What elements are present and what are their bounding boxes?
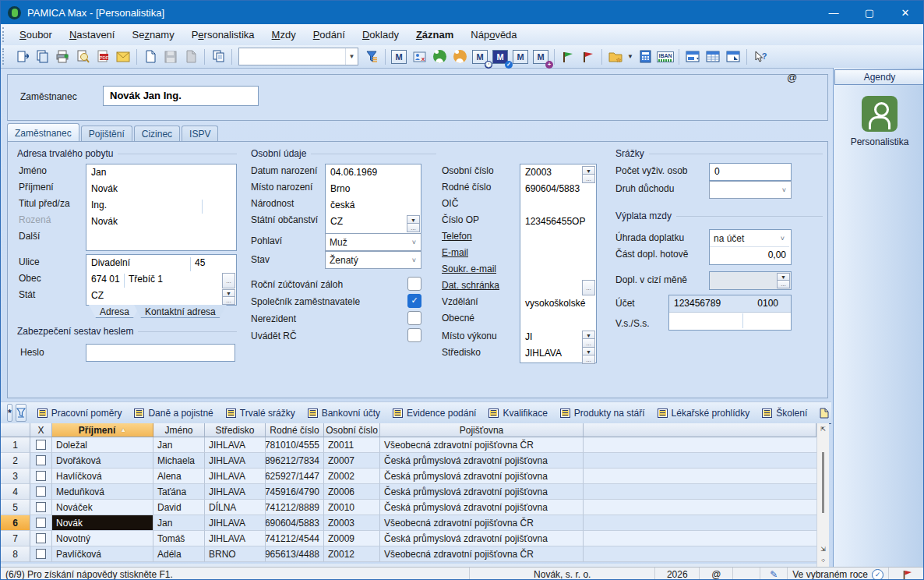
panel-side-icon[interactable] [724,48,742,66]
documents-folder-icon[interactable] [606,48,625,66]
statusbar-year-mode[interactable]: Ve vybraném roce✓ [788,568,889,580]
pocet-vyziv-field[interactable]: 0 [709,163,792,181]
tab-trvale-srazky[interactable]: Trvalé srážky [220,405,302,421]
soukr-email-link[interactable]: Soukr. e-mail [442,263,496,274]
rocni-zuctovani-checkbox[interactable] [407,277,421,291]
osobni-cislo-value[interactable]: Z0003 [525,167,552,178]
menu-podani[interactable]: Podání [305,24,354,45]
cell-rodne[interactable]: 741212/8889 [266,500,324,515]
row-checkbox-cell[interactable] [30,531,52,546]
agendy-header-button[interactable]: Agendy [834,69,924,85]
cell-stredisko[interactable]: JIHLAVA [205,531,266,546]
row-checkbox-cell[interactable] [30,453,52,469]
tab-pracovni-pomery[interactable]: Pracovní poměry [31,405,129,421]
subtab-kontaktni-adresa[interactable]: Kontaktní adresa [134,305,227,318]
rodne-cislo-value[interactable]: 690604/5883 [525,183,580,194]
close-icon[interactable]: ✕ [887,1,923,24]
row-checkbox[interactable] [36,502,46,512]
dopl-cizi-mene-field[interactable]: ▼ … [709,271,792,290]
obec-value[interactable]: Třebíč 1 [129,274,163,285]
cell-prijmeni[interactable]: Novotný [52,531,153,546]
dat-schranka-link[interactable]: Dat. schránka [442,280,499,291]
cell-pojistovna[interactable]: Česká průmyslová zdravotní pojišťovna [380,453,584,469]
m-plus-icon[interactable]: M+ [531,48,550,66]
personalistika-agenda-label[interactable]: Personalistika [834,136,924,147]
cell-pojistovna[interactable]: Všeobecná zdravotní pojišťovna ČR [380,546,584,562]
send-email-icon[interactable] [114,48,132,66]
table-scrollbar[interactable]: ⇱ ⇲ ⁘ [816,423,829,567]
table-row-selected[interactable]: 6 Novák Jan JIHLAVA 690604/5883 Z0003 Vš… [1,515,816,531]
table-row[interactable]: 3 Havlíčková Alena JIHLAVA 625927/1447 Z… [1,469,816,484]
menu-mzdy[interactable]: Mzdy [263,24,305,45]
header-prijmeni[interactable]: Příjmení▲ [52,423,153,437]
cell-stredisko[interactable]: JIHLAVA [205,515,266,531]
scrollbar-thumb[interactable] [822,452,824,513]
cell-stredisko[interactable]: DÍLNA [205,500,266,515]
tab-skoleni[interactable]: Školení [756,405,813,421]
statusbar-at[interactable]: @ [700,568,733,580]
cell-prijmeni-focused[interactable]: Novák [52,515,153,531]
ulice-value[interactable]: Divadelní [91,257,130,268]
chevron-down-icon[interactable]: ▼ [345,48,358,65]
cell-stredisko[interactable]: JIHLAVA [205,453,266,469]
calculator-icon[interactable] [636,48,654,66]
row-checkbox-cell[interactable] [30,484,52,500]
maximize-icon[interactable]: ▢ [852,1,887,24]
email-link[interactable]: E-mail [442,247,468,258]
cell-jmeno[interactable]: Jan [153,515,205,531]
payroll-m-icon[interactable]: M [390,48,408,66]
iban-icon[interactable]: IBAN [656,48,675,66]
subtab-adresa[interactable]: Adresa [89,305,140,318]
panel-table-icon[interactable] [704,48,722,66]
copy-icon[interactable] [209,48,227,66]
cell-pojistovna[interactable]: Česká průmyslová zdravotní pojišťovna [380,484,584,500]
cell-jmeno[interactable]: Michaela [153,453,205,469]
save-record-icon[interactable] [161,48,180,66]
cell-rodne[interactable]: 625927/1447 [266,469,324,484]
tab-evidence-podani[interactable]: Evidence podání [386,405,482,421]
ids-fields-box[interactable]: Z0003 ▼ … 690604/5883 123456455OP … vyso… [520,164,597,363]
nerezident-checkbox[interactable] [407,311,421,325]
cell-osobni[interactable]: Z0010 [324,500,380,515]
row-checkbox-cell[interactable] [30,546,52,562]
pohlavi-select[interactable]: Muž ˅ [325,233,421,251]
menu-zaznam[interactable]: Záznam [407,24,462,45]
header-rodne-cislo[interactable]: Rodné číslo [266,423,324,437]
prijmeni-value[interactable]: Novák [91,183,118,194]
tab-zamestnanec[interactable]: Zaměstnanec [7,123,79,142]
tab-pojisteni[interactable]: Pojištění [81,126,132,142]
cell-stredisko[interactable]: JIHLAVA [205,437,266,453]
menu-seznamy[interactable]: Seznamy [123,24,182,45]
employee-orange-icon[interactable] [450,48,469,66]
row-checkbox-cell[interactable] [30,515,52,531]
cell-osobni[interactable]: Z0011 [324,437,380,453]
m-plain-icon[interactable]: M [511,48,530,66]
table-row[interactable]: 1 Doležal Jan JIHLAVA 781010/4555 Z0011 … [1,437,816,453]
datum-narozeni-value[interactable]: 04.06.1969 [330,167,377,178]
panel-detail-icon[interactable] [683,48,702,66]
cell-pojistovna[interactable]: Česká průmyslová zdravotní pojišťovna [380,531,584,546]
uvadet-rc-checkbox[interactable] [407,328,421,342]
misto-narozeni-value[interactable]: Brno [330,183,350,194]
obec-ellipsis-button[interactable]: … [222,273,235,288]
cell-osobni[interactable]: Z0012 [324,546,380,562]
cell-prijmeni[interactable]: Dvořáková [52,453,153,469]
tab-ispv[interactable]: ISPV [182,126,218,142]
tab-produkty-na-stari[interactable]: Produkty na stáří [554,405,651,421]
cell-rodne[interactable]: 741212/4544 [266,531,324,546]
new-record-icon[interactable] [141,48,160,66]
druh-duchodu-select[interactable]: ˅ [709,181,792,199]
all-records-button[interactable]: * [7,404,12,422]
row-checkbox[interactable] [36,533,46,543]
cell-rodne[interactable]: 896212/7834 [266,453,324,469]
cell-rodne[interactable]: 781010/4555 [266,437,324,453]
osobni-cislo-ellipsis-button[interactable]: … [582,174,595,183]
row-checkbox[interactable] [36,549,46,559]
row-checkbox[interactable] [36,518,46,528]
scroll-to-top-icon[interactable]: ⇱ [817,423,829,435]
tab-bankovni-ucty[interactable]: Bankovní účty [302,405,386,421]
cell-jmeno[interactable]: Taťána [153,484,205,500]
spolecnik-checkbox[interactable]: ✓ [407,294,421,308]
search-combobox[interactable]: ▼ [238,48,358,65]
dat-schranka-ellipsis-button[interactable]: … [582,280,595,295]
